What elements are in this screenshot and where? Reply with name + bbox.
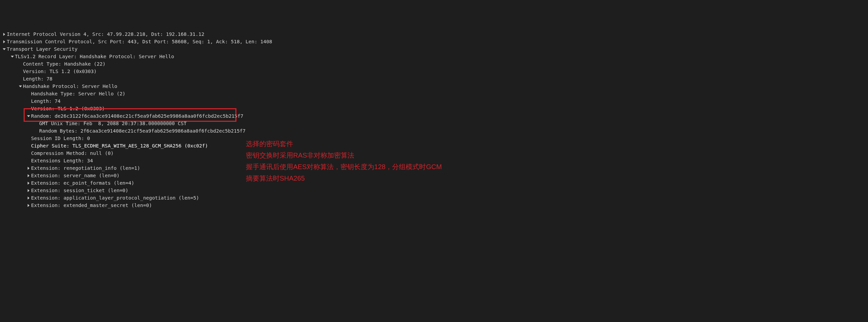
tree-row: Length: 78 [1,75,868,83]
tree-row-label: Transmission Control Protocol, Src Port:… [7,38,272,45]
tree-row: Content Type: Handshake (22) [1,60,868,68]
tree-row-label: GMT Unix Time: Feb 8, 2088 20:37:38.0000… [39,120,187,127]
chevron-down-icon[interactable] [18,85,23,88]
annotation-line: 密钥交换时采用RAS非对称加密算法 [246,150,442,161]
tree-row-label: Content Type: Handshake (22) [23,60,105,68]
tree-row: Handshake Type: Server Hello (2) [1,90,868,97]
tree-row: Length: 74 [1,97,868,105]
tree-row[interactable]: Extension: extended_master_secret (len=0… [1,202,868,209]
tree-row[interactable]: Extension: session_ticket (len=0) [1,187,868,194]
tree-row-label: Length: 74 [31,97,60,105]
tree-row[interactable]: TLSv1.2 Record Layer: Handshake Protocol… [1,53,868,60]
tree-row-label: Extension: server_name (len=0) [31,172,120,179]
chevron-down-icon[interactable] [26,115,31,118]
tree-row-label: Extensions Length: 34 [31,157,93,164]
tree-row[interactable]: Transmission Control Protocol, Src Port:… [1,38,868,45]
tree-row-label: TLSv1.2 Record Layer: Handshake Protocol… [15,53,174,60]
chevron-right-icon[interactable] [26,182,31,185]
tree-row: Version: TLS 1.2 (0x0303) [1,105,868,112]
chevron-down-icon[interactable] [9,55,15,58]
tree-row-label: Compression Method: null (0) [31,150,113,157]
chevron-down-icon[interactable] [1,48,7,51]
tree-row-label: Random: de26c3122f6caa3ce91408ec21cf5ea9… [31,112,244,120]
chevron-right-icon[interactable] [1,40,7,43]
tree-row-label: Internet Protocol Version 4, Src: 47.99.… [7,30,204,38]
chevron-right-icon[interactable] [26,189,31,192]
annotation-line: 选择的密码套件 [246,138,442,150]
tree-row-label: Extension: renegotiation_info (len=1) [31,164,140,172]
chevron-right-icon[interactable] [1,33,7,36]
tree-row-label: Extension: extended_master_secret (len=0… [31,202,152,209]
tree-row-label: Extension: session_ticket (len=0) [31,187,128,194]
chevron-right-icon[interactable] [26,174,31,177]
tree-row-label: Extension: application_layer_protocol_ne… [31,194,199,202]
annotation-arrow [0,239,868,322]
tree-row[interactable]: Random: de26c3122f6caa3ce91408ec21cf5ea9… [1,112,868,120]
tree-row-label: Version: TLS 1.2 (0x0303) [31,105,105,112]
annotation-text: 选择的密码套件密钥交换时采用RAS非对称加密算法握手通讯后使用AES对称算法，密… [246,138,442,184]
tree-row-label: Extension: ec_point_formats (len=4) [31,179,134,187]
chevron-right-icon[interactable] [26,167,31,170]
annotation-line: 摘要算法时SHA265 [246,172,442,184]
chevron-right-icon[interactable] [26,204,31,207]
tree-row-label: Length: 78 [23,75,52,83]
tree-row-label: Cipher Suite: TLS_ECDHE_RSA_WITH_AES_128… [31,142,208,150]
tree-row-label: Handshake Type: Server Hello (2) [31,90,125,97]
tree-row[interactable]: Extension: application_layer_protocol_ne… [1,194,868,202]
tree-row[interactable]: Internet Protocol Version 4, Src: 47.99.… [1,30,868,38]
tree-row-label: Random Bytes: 2f6caa3ce91408ec21cf5ea9fa… [39,127,246,135]
tree-row: GMT Unix Time: Feb 8, 2088 20:37:38.0000… [1,120,868,127]
tree-row-label: Session ID Length: 0 [31,135,90,142]
tree-row: Random Bytes: 2f6caa3ce91408ec21cf5ea9fa… [1,127,868,135]
tree-row-label: Transport Layer Security [7,45,78,53]
chevron-right-icon[interactable] [26,197,31,200]
tree-row: Version: TLS 1.2 (0x0303) [1,68,868,75]
tree-row[interactable]: Handshake Protocol: Server Hello [1,83,868,90]
tree-row-label: Handshake Protocol: Server Hello [23,83,117,90]
tree-row-label: Version: TLS 1.2 (0x0303) [23,68,97,75]
annotation-line: 握手通讯后使用AES对称算法，密钥长度为128，分组模式时GCM [246,161,442,172]
tree-row[interactable]: Transport Layer Security [1,45,868,53]
